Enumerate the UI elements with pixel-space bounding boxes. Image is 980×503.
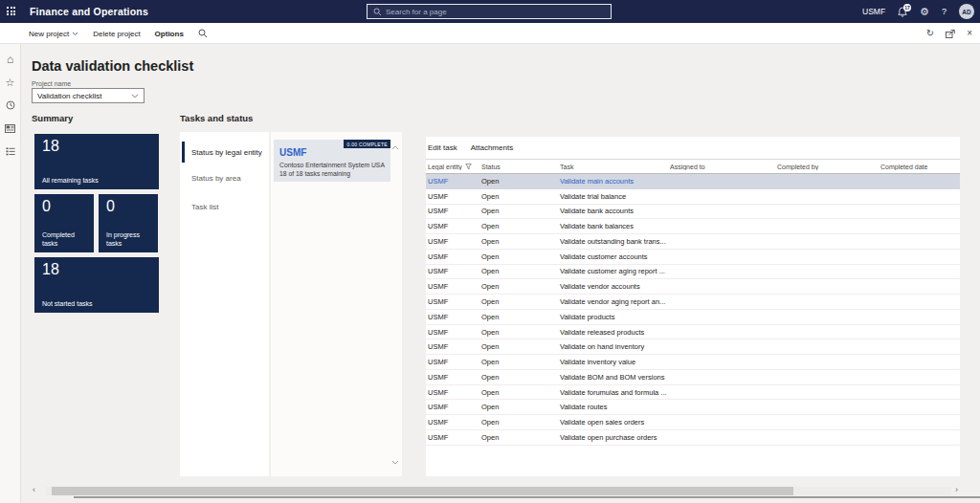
action-search-icon[interactable] [198, 29, 208, 38]
tile-label: Completed tasks [42, 230, 91, 248]
action-bar: New project Delete project Options ↻ × [0, 23, 980, 44]
table-row[interactable]: USMFOpenValidate released products [426, 325, 960, 340]
cell-task[interactable]: Validate forumulas and formula ... [558, 388, 668, 397]
column-header-completed-date[interactable]: Completed date [879, 164, 958, 170]
scroll-up-chevron-icon[interactable] [391, 145, 399, 150]
cell-status: Open [479, 237, 558, 246]
table-row[interactable]: USMFOpenValidate routes [426, 400, 960, 415]
column-header-task[interactable]: Task [558, 164, 668, 170]
cell-task[interactable]: Validate released products [558, 328, 668, 337]
cell-legal-entity: USMF [426, 418, 479, 426]
column-header-status[interactable]: Status [479, 164, 558, 170]
topbar-right-cluster: USMF 17 ⚙ ? AD [862, 0, 974, 23]
app-title[interactable]: Finance and Operations [30, 0, 148, 23]
legal-entity-card[interactable]: 0.00 COMPLETE USMF Contoso Entertainment… [274, 140, 390, 182]
modules-list-icon[interactable] [0, 140, 20, 163]
cell-status: Open [479, 222, 558, 230]
table-row[interactable]: USMFOpenValidate trial balance [426, 189, 960, 205]
table-row[interactable]: USMFOpenValidate vendor accounts [426, 279, 960, 295]
hscrollbar-track[interactable] [46, 487, 951, 495]
cell-legal-entity: USMF [426, 313, 479, 321]
summary-heading: Summary [32, 113, 73, 123]
refresh-icon[interactable]: ↻ [926, 29, 934, 38]
cell-task[interactable]: Validate bank balances [558, 222, 668, 230]
app-launcher-icon[interactable] [7, 7, 15, 15]
cell-task[interactable]: Validate trial balance [558, 192, 668, 201]
options-button[interactable]: Options [155, 30, 184, 38]
cell-status: Open [479, 388, 558, 397]
avatar[interactable]: AD [959, 4, 974, 19]
summary-tile[interactable]: 0Completed tasks [34, 194, 94, 252]
cell-task[interactable]: Validate on hand inventory [558, 342, 668, 351]
cell-task[interactable]: Validate routes [558, 403, 668, 411]
tab-task-list[interactable]: Task list [180, 197, 269, 216]
cell-task[interactable]: Validate vendor accounts [558, 282, 668, 291]
cell-legal-entity: USMF [426, 222, 479, 230]
column-header-legal-entity[interactable]: Legal entity [426, 164, 479, 170]
chevron-down-icon [72, 32, 78, 36]
tab-status-by-area[interactable]: Status by area [180, 168, 269, 187]
favorites-star-icon[interactable]: ☆ [0, 71, 20, 94]
tab-status-by-legal-entity[interactable]: Status by legal entity [180, 140, 269, 164]
cell-task[interactable]: Validate outstanding bank trans... [558, 237, 668, 246]
table-row[interactable]: USMFOpenValidate outstanding bank trans.… [426, 234, 960, 250]
left-nav-rail: ≡ ⌂ ☆ [0, 23, 21, 503]
table-row[interactable]: USMFOpenValidate products [426, 310, 960, 325]
hscrollbar-thumb[interactable] [52, 487, 793, 495]
cell-task[interactable]: Validate main accounts [558, 177, 668, 186]
table-row[interactable]: USMFOpenValidate BOM and BOM versions [426, 370, 960, 385]
cell-task[interactable]: Validate vendor aging report an... [558, 297, 668, 306]
home-icon[interactable]: ⌂ [0, 48, 20, 71]
summary-tile[interactable]: 18Not started tasks [34, 257, 159, 313]
column-header-completed-by[interactable]: Completed by [775, 164, 879, 170]
cell-task[interactable]: Validate BOM and BOM versions [558, 373, 668, 382]
cell-legal-entity: USMF [426, 342, 479, 351]
table-row[interactable]: USMFOpenValidate bank balances [426, 219, 960, 234]
entity-card-title[interactable]: USMF [279, 147, 306, 158]
edit-task-button[interactable]: Edit task [428, 143, 457, 152]
summary-tile[interactable]: 18All remaining tasks [34, 134, 159, 189]
cell-task[interactable]: Validate inventory value [558, 358, 668, 366]
table-row[interactable]: USMFOpenValidate vendor aging report an.… [426, 295, 960, 310]
table-row[interactable]: USMFOpenValidate inventory value [426, 355, 960, 370]
table-row[interactable]: USMFOpenValidate forumulas and formula .… [426, 385, 960, 401]
cell-task[interactable]: Validate customer aging report ... [558, 267, 668, 275]
notifications-button[interactable]: 17 [898, 7, 907, 17]
open-in-new-window-icon[interactable] [946, 30, 955, 38]
page-search-box[interactable] [367, 4, 612, 19]
workspaces-icon[interactable] [0, 117, 20, 140]
entity-card-subtitle: Contoso Entertainment System USA [279, 162, 385, 168]
company-picker[interactable]: USMF [862, 7, 885, 16]
table-row[interactable]: USMFOpenValidate customer accounts [426, 250, 960, 265]
help-button[interactable]: ? [942, 7, 947, 16]
table-row[interactable]: USMFOpenValidate open sales orders [426, 415, 960, 430]
cell-status: Open [479, 252, 558, 261]
table-row[interactable]: USMFOpenValidate open purchase orders [426, 430, 960, 446]
column-header-assigned-to[interactable]: Assigned to [668, 164, 775, 170]
hscroll-right-arrow[interactable]: › [955, 485, 958, 494]
tile-label: All remaining tasks [42, 176, 156, 185]
cell-task[interactable]: Validate customer accounts [558, 252, 668, 261]
attachments-button[interactable]: Attachments [471, 143, 513, 152]
recent-clock-icon[interactable] [0, 94, 20, 117]
cell-task[interactable]: Validate bank accounts [558, 207, 668, 215]
settings-gear-icon[interactable]: ⚙ [920, 6, 929, 18]
project-name-select[interactable]: Validation checklist [32, 88, 145, 103]
cell-status: Open [479, 177, 558, 186]
close-icon[interactable]: × [967, 29, 972, 38]
table-row[interactable]: USMFOpenValidate main accounts [426, 174, 960, 189]
cell-task[interactable]: Validate products [558, 313, 668, 321]
table-row[interactable]: USMFOpenValidate on hand inventory [426, 339, 960, 355]
table-row[interactable]: USMFOpenValidate bank accounts [426, 205, 960, 220]
cell-status: Open [479, 297, 558, 306]
hscroll-left-arrow[interactable]: ‹ [33, 485, 35, 494]
summary-tile[interactable]: 0In progress tasks [99, 194, 158, 252]
delete-project-button[interactable]: Delete project [93, 30, 140, 38]
table-row[interactable]: USMFOpenValidate customer aging report .… [426, 265, 960, 280]
cell-task[interactable]: Validate open purchase orders [558, 433, 668, 442]
search-input[interactable] [386, 8, 577, 16]
new-project-button[interactable]: New project [29, 30, 78, 38]
cell-task[interactable]: Validate open sales orders [558, 418, 668, 426]
page-title: Data validation checklist [32, 58, 193, 74]
scroll-down-chevron-icon[interactable] [391, 460, 399, 465]
